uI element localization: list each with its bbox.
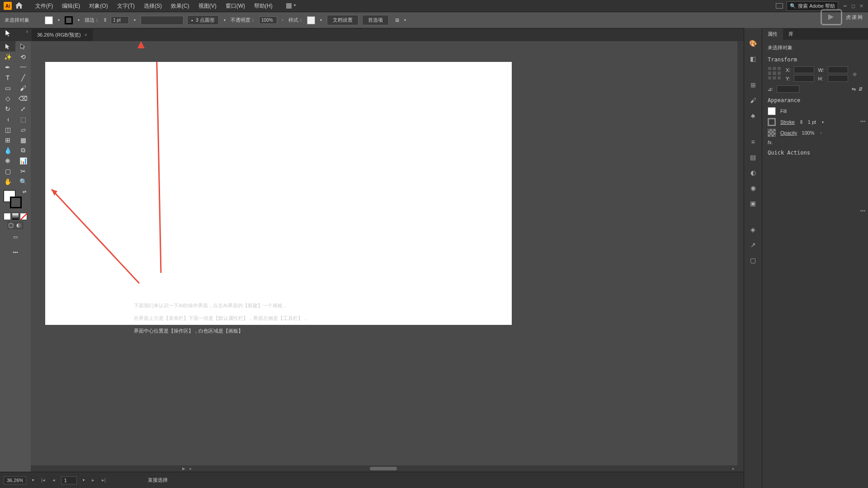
scroll-play-icon[interactable]: ▶ [182, 466, 185, 471]
screen-mode-icon[interactable]: ▭ [0, 232, 31, 242]
opacity-input[interactable] [259, 16, 277, 24]
blend-tool[interactable]: ⧉ [15, 145, 31, 155]
align-dropdown[interactable]: ▾ [403, 18, 407, 22]
scrollbar-vertical[interactable] [737, 41, 744, 472]
hand-tool[interactable]: ✋ [0, 176, 15, 187]
stroke-dropdown-panel[interactable]: ▾ [821, 120, 825, 124]
eyedropper-tool[interactable]: 💧 [0, 145, 15, 155]
scrollbar-horizontal[interactable]: ▶ ◂ ▸ [31, 465, 737, 472]
stroke-stepper[interactable]: ⇕ [103, 17, 107, 23]
tab-libraries[interactable]: 库 [783, 28, 799, 40]
shaper-tool[interactable]: ◇ [0, 93, 15, 103]
stroke-swatch-panel[interactable] [768, 118, 776, 126]
search-box[interactable]: 🔍 搜索 Adobe 帮助 [787, 1, 838, 11]
menu-file[interactable]: 文件(F) [31, 2, 57, 10]
gradient-tool[interactable]: ▦ [15, 135, 31, 145]
brushes-panel-icon[interactable]: 🖌 [748, 95, 759, 106]
scale-tool[interactable]: ⤢ [15, 103, 31, 114]
fx-button[interactable]: fx. [768, 140, 773, 145]
pen-tool[interactable]: ✒ [0, 62, 15, 72]
artboard-nav-dropdown[interactable]: ▾ [81, 478, 86, 482]
color-guide-icon[interactable]: ◧ [748, 53, 759, 64]
constrain-icon[interactable]: ⊗ [853, 66, 857, 82]
line-tool[interactable]: ╱ [15, 72, 31, 83]
reference-point[interactable] [768, 66, 781, 80]
prev-artboard-icon[interactable]: ◂ [51, 477, 57, 483]
magic-wand-tool[interactable]: ✨ [0, 52, 15, 62]
edit-toolbar-icon[interactable]: ••• [0, 247, 31, 257]
curvature-tool[interactable]: 〰 [15, 62, 31, 72]
swatches-panel-icon[interactable]: ⊞ [748, 80, 759, 90]
artboard[interactable]: 下面我们来认识一下AI的操作界面，点击AI界面的【新建】一个画板， 在界面上方是… [45, 62, 512, 325]
menu-help[interactable]: 帮助(H) [250, 2, 277, 10]
scroll-thumb[interactable] [370, 467, 397, 470]
free-transform-tool[interactable]: ⬚ [15, 114, 31, 124]
menu-view[interactable]: 视图(V) [194, 2, 221, 10]
artboard-nav-input[interactable] [61, 476, 77, 484]
menu-effect[interactable]: 效果(C) [166, 2, 194, 10]
zoom-input[interactable] [4, 476, 26, 484]
perspective-tool[interactable]: ▱ [15, 124, 31, 135]
eraser-tool[interactable]: ⌫ [15, 93, 31, 103]
symbol-sprayer-tool[interactable]: ❋ [0, 155, 15, 166]
zoom-dropdown[interactable]: ▾ [31, 478, 35, 482]
graphic-styles-icon[interactable]: ▣ [748, 198, 759, 209]
direct-selection-tool[interactable] [15, 41, 31, 52]
last-artboard-icon[interactable]: ▸| [100, 477, 107, 483]
stroke-swatch-dropdown[interactable]: ▾ [76, 18, 81, 22]
gradient-mode-icon[interactable] [12, 213, 19, 220]
rectangle-tool[interactable]: ▭ [0, 83, 15, 93]
menu-select[interactable]: 选择(S) [139, 2, 166, 10]
layers-panel-icon[interactable]: ◈ [748, 224, 759, 235]
menu-window[interactable]: 窗口(W) [221, 2, 250, 10]
maximize-icon[interactable]: ◻ [850, 3, 856, 9]
brush-def[interactable]: •3 点圆形 [187, 15, 219, 25]
graph-tool[interactable]: 📊 [15, 155, 31, 166]
stroke-weight-input[interactable] [111, 16, 129, 24]
type-tool[interactable]: T [0, 72, 15, 83]
draw-behind-icon[interactable]: ◐ [16, 222, 23, 229]
doc-setup-button[interactable]: 文档设置 [327, 15, 359, 25]
first-artboard-icon[interactable]: |◂ [40, 477, 47, 483]
stroke-color[interactable] [10, 197, 22, 208]
next-artboard-icon[interactable]: ▸ [90, 477, 96, 483]
tab-group-close[interactable]: × [26, 29, 28, 34]
asset-export-icon[interactable]: ↗ [748, 239, 759, 250]
flip-h-icon[interactable]: ⇋ [852, 86, 856, 92]
h-input[interactable] [828, 75, 848, 82]
minimize-icon[interactable]: ━ [842, 3, 848, 9]
prefs-button[interactable]: 首选项 [362, 15, 389, 25]
frame-icon[interactable] [776, 3, 783, 9]
align-icon[interactable]: ⊞ [395, 17, 399, 23]
menu-type[interactable]: 文字(T) [113, 2, 139, 10]
gradient-panel-icon[interactable]: ▤ [748, 152, 759, 163]
artboard-tool[interactable]: ▢ [0, 166, 15, 176]
w-input[interactable] [828, 66, 848, 73]
stroke-panel-icon[interactable]: ≡ [748, 136, 759, 147]
brush-dropdown[interactable]: ▾ [222, 18, 227, 22]
draw-normal-icon[interactable]: ◯ [8, 222, 15, 229]
mesh-tool[interactable]: ⊞ [0, 135, 15, 145]
stroke-stepper-panel[interactable]: ⇕ [799, 119, 803, 125]
fill-swatch[interactable] [45, 16, 53, 24]
angle-input[interactable] [777, 85, 799, 93]
symbols-panel-icon[interactable]: ♣ [748, 110, 759, 121]
none-mode-icon[interactable] [20, 213, 27, 220]
swap-fill-stroke-icon[interactable]: ⇄ [23, 189, 26, 194]
tab-close-icon[interactable]: × [85, 32, 87, 38]
tab-properties[interactable]: 属性 [762, 28, 783, 40]
slice-tool[interactable]: ✂ [15, 166, 31, 176]
flip-v-icon[interactable]: ⇵ [859, 86, 863, 92]
fill-dropdown[interactable]: ▾ [57, 18, 61, 22]
lasso-tool[interactable]: ⟲ [15, 52, 31, 62]
zoom-tool[interactable]: 🔍 [15, 176, 31, 187]
transparency-panel-icon[interactable]: ◐ [748, 167, 759, 178]
paintbrush-tool[interactable]: 🖌 [15, 83, 31, 93]
shape-builder-tool[interactable]: ◫ [0, 124, 15, 135]
appearance-flyout-icon[interactable]: ••• [860, 208, 865, 213]
color-mode-icon[interactable] [4, 213, 11, 220]
style-dropdown[interactable]: ▾ [319, 18, 323, 22]
stroke-swatch[interactable] [65, 16, 73, 24]
document-tab[interactable]: 36.26% (RGB/预览) × [32, 29, 93, 41]
opacity-dropdown-panel[interactable]: › [819, 131, 823, 135]
